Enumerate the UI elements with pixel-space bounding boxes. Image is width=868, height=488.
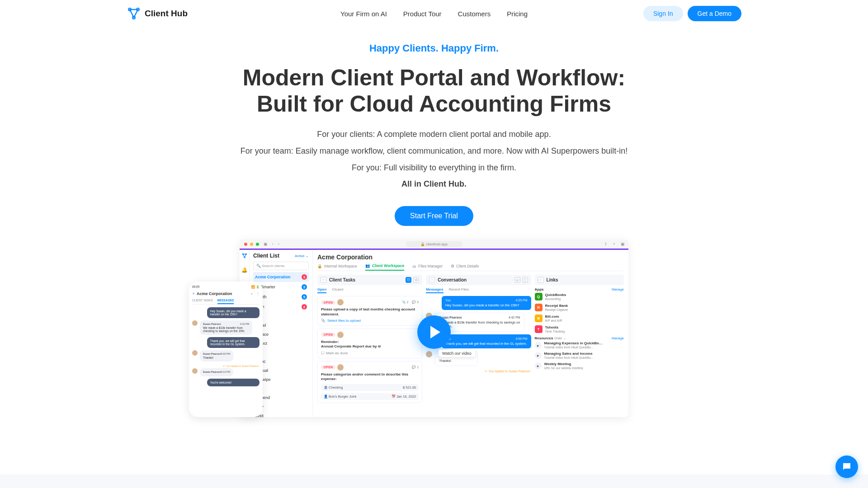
hero-title-l2: Built for Cloud Accounting Firms [257, 91, 611, 117]
task-text: Please categorize and/or comment to desc… [321, 372, 419, 382]
signin-button[interactable]: Sign In [643, 6, 683, 21]
task-status-badge: OPEN [321, 333, 335, 337]
mark-done-checkbox[interactable]: ☐ Mark as done [321, 351, 419, 355]
task-card[interactable]: OPEN 💬 1 Please categorize and/or commen… [317, 361, 422, 403]
search-icon[interactable]: ⌕ [514, 277, 520, 283]
nav-link-ai[interactable]: Your Firm on AI [340, 10, 387, 18]
client-row[interactable]: Acme Corporation3 [253, 272, 309, 282]
phone-status-icons: 📶 🔋 [251, 285, 259, 289]
phone-logo-icon: ⚛ [192, 292, 195, 296]
phone-msg-other: Susan Pearson5:00 PMThanks! [200, 350, 233, 361]
tab-client-workspace[interactable]: 👥 Client Workspace [365, 263, 404, 271]
play-video-button[interactable] [417, 315, 451, 349]
phone-more-icon[interactable]: ⋮ [256, 292, 259, 296]
assignee-avatar [337, 299, 344, 305]
hero-body-2: For your team: Easily manage workflow, c… [0, 145, 868, 158]
resource-row[interactable]: ▶ Managing Expenses in QuickBo…Tutorial … [535, 342, 624, 349]
tab-files[interactable]: 🗂 Files Manager [412, 263, 443, 271]
address-bar: 🔒 clienthub.app [406, 241, 462, 247]
hero-body-3: For you: Full visibility to everything i… [0, 161, 868, 174]
apps-list: Q QuickBooksAccountingR Receipt BankRece… [535, 293, 624, 333]
phone-time: 09:05 [192, 285, 199, 289]
workspace-tabs: 🔒 Internal Workspace 👥 Client Workspace … [317, 263, 624, 271]
account-chip: 🏦 Checking [324, 385, 343, 389]
browser-chrome: ▣ ‹ › 🔒 clienthub.app ⇪ + ▣ [240, 239, 628, 249]
phone-tab-messages[interactable]: MESSAGES [217, 299, 234, 304]
task-text: Reminder: Annual Corporate Report due by… [321, 340, 419, 349]
phone-msg-other: Susan Pearson4:42 PMWe made a $10k trans… [200, 320, 252, 335]
demo-button[interactable]: Get a Demo [688, 6, 741, 21]
app-link-row[interactable]: B Bill.comA/P and A/R [535, 314, 624, 322]
task-card[interactable]: OPEN 📎 2 💬 5 Please upload a copy of las… [317, 296, 422, 326]
sidebar-filter[interactable]: Active ⌄ [295, 254, 309, 258]
collapse-icon[interactable]: − [321, 277, 326, 283]
upload-link[interactable]: 📎 Select files to upload [321, 319, 419, 323]
chat-icon [841, 461, 852, 472]
app-link-row[interactable]: Q QuickBooksAccounting [535, 293, 624, 300]
chat-widget-button[interactable] [835, 455, 858, 478]
conv-tab-files[interactable]: Recent Files [449, 287, 469, 293]
phone-avatar [192, 368, 198, 374]
nav-links: Your Firm on AI Product Tour Customers P… [340, 10, 528, 18]
resource-row[interactable]: ▶ Weekly MeetingURL for our weekly meeti… [535, 362, 624, 370]
logo-text: Client Hub [145, 9, 188, 19]
phone-reply-note: ↩ You replied to Susan Pearson. [192, 365, 259, 367]
back-icon: ‹ [272, 242, 274, 246]
play-icon: ▶ [535, 352, 542, 359]
logo-icon [127, 6, 141, 21]
sender-avatar [426, 351, 432, 357]
conv-panel-title: Conversation [438, 277, 467, 282]
phone-msg-self: Thank you, we will get that recorded in … [207, 337, 259, 348]
hero-body-4: All in Client Hub. [0, 178, 868, 191]
comments-icon: 💬 1 [412, 366, 419, 369]
phone-tab-tasks[interactable]: CLIENT TASKS [192, 299, 213, 304]
view-list-icon[interactable]: ☷ [406, 277, 411, 283]
collapse-icon[interactable]: − [538, 277, 544, 283]
hero-tagline: Happy Clients. Happy Firm. [0, 42, 868, 54]
window-close-icon [244, 243, 247, 246]
nav-link-customers[interactable]: Customers [458, 10, 491, 18]
conv-tab-messages[interactable]: Messages [426, 287, 443, 293]
more-icon[interactable]: ⋮ [522, 277, 528, 283]
search-clients-input[interactable]: 🔍 Search clients [253, 262, 309, 270]
nav-link-tour[interactable]: Product Tour [403, 10, 442, 18]
play-video-label: Watch our video [439, 350, 475, 357]
tasks-panel: − Client Tasks ☷ ≡ Open Closed [317, 275, 422, 405]
manage-resources-link[interactable]: Manage [612, 336, 624, 340]
start-trial-button[interactable]: Start Free Trial [395, 206, 473, 226]
date-chip: 📅 Jan 18, 2022 [392, 394, 416, 399]
phone-search-icon[interactable]: ⌕ [251, 292, 253, 296]
hero-body-1: For your clients: A complete modern clie… [0, 128, 868, 141]
collapse-icon[interactable]: − [429, 277, 435, 283]
phone-avatar [192, 320, 198, 326]
reply-indicator: ↩ You replied to Susan Pearson. [426, 370, 531, 373]
tab-details[interactable]: ⚙ Client Details [451, 263, 479, 271]
manage-apps-link[interactable]: Manage [612, 287, 624, 291]
assignee-avatar [337, 364, 344, 371]
phone-msg-other: Susan Pearson5:10 PM [200, 368, 233, 376]
footer-band [0, 474, 868, 488]
app-link-row[interactable]: T TsheetsTime Tracking [535, 325, 624, 333]
task-status-badge: OPEN [321, 300, 335, 305]
task-card[interactable]: OPEN Reminder: Annual Corporate Report d… [317, 328, 422, 358]
tasks-tab-open[interactable]: Open [317, 287, 326, 293]
main-pane: Acme Corporation 🔒 Internal Workspace 👥 … [313, 250, 628, 417]
message-bubble-self: You4:35 PMHey Susan, did you made a tran… [442, 296, 531, 310]
nav-link-pricing[interactable]: Pricing [507, 10, 528, 18]
task-status-badge: OPEN [321, 365, 335, 369]
view-grid-icon[interactable]: ≡ [413, 277, 419, 283]
app-link-row[interactable]: R Receipt BankReceipt Capture [535, 304, 624, 311]
resource-row[interactable]: ▶ Managing Sales and IncomeTutorial vide… [535, 352, 624, 359]
tabs-icon: ▣ [621, 242, 625, 246]
share-icon: ⇪ [604, 242, 608, 246]
tab-internal[interactable]: 🔒 Internal Workspace [317, 263, 357, 271]
rail-bell-icon[interactable]: 🔔 [241, 267, 248, 273]
logo[interactable]: Client Hub [127, 6, 188, 21]
hero-title-l1: Modern Client Portal and Workflow: [243, 65, 625, 90]
forward-icon: › [278, 242, 279, 246]
phone-msg-self: Hey Susan, did you made a transfer on th… [207, 307, 259, 318]
sidebar-toggle-icon: ▣ [264, 242, 268, 246]
window-min-icon [250, 243, 253, 246]
tasks-tab-closed[interactable]: Closed [332, 287, 343, 293]
phone-title: Acme Corporation [197, 291, 232, 296]
